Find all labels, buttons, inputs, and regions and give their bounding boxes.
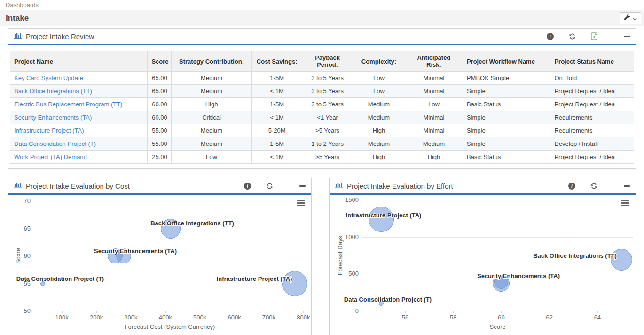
data-point-label: Infrastructure Project (TA)	[346, 212, 422, 219]
collapse-icon[interactable]	[624, 185, 630, 187]
info-icon[interactable]: i	[568, 183, 575, 190]
table-cell: Project Request / Idea	[550, 85, 634, 98]
info-icon[interactable]: i	[244, 183, 251, 190]
table-cell: Low	[353, 72, 405, 85]
table-cell: <1 Year	[302, 111, 353, 124]
table-cell: 55.00	[148, 124, 171, 137]
x-axis-tick-label: 600k	[228, 314, 241, 321]
table-cell: 65.00	[148, 72, 171, 85]
bar-chart-icon	[14, 182, 22, 190]
x-axis-tick-label: 100k	[55, 314, 69, 321]
y-axis-tick-label: 70	[8, 197, 31, 204]
collapse-icon[interactable]	[624, 36, 630, 37]
table-cell: Low	[405, 98, 463, 111]
table-cell: Requirements	[550, 124, 634, 137]
panel-intake-evaluation-by-effort: Project Intake Evaluation by Effort i 05…	[329, 178, 636, 335]
chart-context-menu-icon[interactable]	[621, 200, 629, 207]
x-axis-tick-label: 58	[450, 314, 456, 321]
table-cell: Minimal	[405, 72, 463, 85]
x-axis-tick-label: 400k	[159, 314, 172, 321]
table-cell: Low	[353, 85, 405, 98]
table-cell: High	[171, 98, 251, 111]
dashboard-content: Project Intake Review i x Project NameSc…	[0, 26, 644, 335]
y-axis-tick-label: 0	[330, 307, 359, 314]
table-cell: Simple	[463, 111, 550, 124]
data-point-label: Back Office Integrations (TT)	[150, 220, 234, 227]
column-header: Payback Period:	[302, 51, 353, 72]
collapse-icon[interactable]	[299, 185, 306, 187]
breadcrumb[interactable]: Dashboards	[0, 0, 644, 10]
project-link[interactable]: Work Project (TA) Demand	[14, 153, 87, 160]
table-cell: Basic Status	[463, 98, 550, 111]
excel-export-icon[interactable]: x	[591, 32, 597, 40]
table-cell: Simple	[463, 124, 550, 137]
x-axis-tick-mark	[235, 311, 235, 313]
cost-panel-heading: Project Intake Evaluation by Cost i	[8, 178, 311, 195]
x-axis-tick-label: 300k	[124, 314, 137, 321]
table-cell: 1-5M	[252, 72, 302, 85]
review-table-body: Key Card System Update65.00Medium1-5M3 t…	[10, 72, 634, 164]
table-row: Infrastructure Project (TA)55.00Medium5-…	[10, 124, 634, 137]
data-point-label: Data Consolidation Project (T)	[16, 275, 104, 282]
table-cell: PMBOK Simple	[463, 72, 550, 85]
table-cell: Develop / Install	[550, 137, 634, 151]
x-axis-tick-label: 64	[594, 314, 601, 321]
x-axis-tick-label: 62	[546, 314, 552, 321]
x-axis-tick-label: 800k	[297, 314, 310, 321]
table-row: Key Card System Update65.00Medium1-5M3 t…	[10, 72, 634, 85]
x-axis-tick-label: 500k	[193, 314, 206, 321]
refresh-icon[interactable]	[266, 183, 273, 190]
table-cell: Medium	[405, 137, 463, 151]
gridline	[34, 311, 305, 311]
table-cell: High	[405, 151, 463, 164]
y-axis-title: Forecast Days	[337, 236, 344, 275]
panel-title: Project Intake Evaluation by Effort	[347, 182, 453, 190]
cell-project-name: Key Card System Update	[10, 72, 148, 85]
project-link[interactable]: Infrastructure Project (TA)	[14, 127, 84, 134]
table-cell: Minimal	[405, 85, 463, 98]
panel-intake-evaluation-by-cost: Project Intake Evaluation by Cost i 5055…	[8, 178, 312, 335]
table-cell: < 1M	[252, 151, 302, 164]
table-cell: 5-20M	[252, 124, 302, 137]
refresh-icon[interactable]	[590, 183, 597, 190]
dashboard-config-button[interactable]	[620, 12, 641, 24]
cell-project-name: Security Enhancements (TA)	[10, 111, 148, 124]
column-header: Project Name	[10, 51, 148, 72]
table-cell: Basic Status	[463, 151, 550, 164]
project-link[interactable]: Electric Bus Replacement Program (TT)	[14, 101, 122, 108]
table-cell: Minimal	[405, 111, 463, 124]
x-axis-tick-label: 200k	[90, 314, 103, 321]
table-cell: Low	[171, 151, 251, 164]
table-cell: 1 to 2 Years	[302, 137, 353, 151]
project-link[interactable]: Key Card System Update	[14, 74, 83, 81]
bubble-chart-cost: 5055606570100k200k300k400k500k600k700k80…	[8, 195, 311, 335]
panel-title: Project Intake Evaluation by Cost	[26, 182, 130, 190]
project-link[interactable]: Back Office Integrations (TT)	[14, 88, 92, 95]
table-cell: High	[353, 151, 405, 164]
project-link[interactable]: Data Consolidation Project (T)	[14, 140, 96, 147]
data-bubble[interactable]	[369, 207, 394, 232]
table-cell: Simple	[463, 85, 550, 98]
table-cell: Project Request / Idea	[550, 98, 634, 111]
gridline	[362, 311, 633, 311]
info-icon[interactable]: i	[547, 33, 554, 40]
x-axis-title: Forecast Cost (System Currency)	[125, 323, 215, 330]
table-cell: 3 to 5 Years	[302, 98, 353, 111]
x-axis-tick-mark	[550, 311, 550, 313]
table-cell: < 1M	[252, 111, 302, 124]
refresh-icon[interactable]	[569, 33, 576, 40]
x-axis-tick-mark	[597, 311, 598, 313]
data-point-label: Infrastructure Project (TA)	[217, 275, 292, 282]
y-axis-tick-label: 500	[330, 270, 359, 277]
table-cell: >5 Years	[302, 151, 353, 164]
cell-project-name: Data Consolidation Project (T)	[10, 137, 148, 151]
panel-project-intake-review: Project Intake Review i x Project NameSc…	[8, 28, 636, 169]
data-point-label: Security Enhancements (TA)	[477, 272, 560, 279]
bubble-chart-effort: 0500100015005658606264Forecast DaysScore…	[330, 195, 636, 335]
table-cell: Medium	[171, 72, 251, 85]
table-cell: 3 to 5 Years	[302, 85, 353, 98]
project-link[interactable]: Security Enhancements (TA)	[14, 114, 92, 121]
panel-title: Project Intake Review	[26, 32, 94, 40]
review-table-header-row: Project NameScoreStrategy Contribution:C…	[10, 51, 634, 72]
table-cell: Simple	[463, 137, 550, 151]
